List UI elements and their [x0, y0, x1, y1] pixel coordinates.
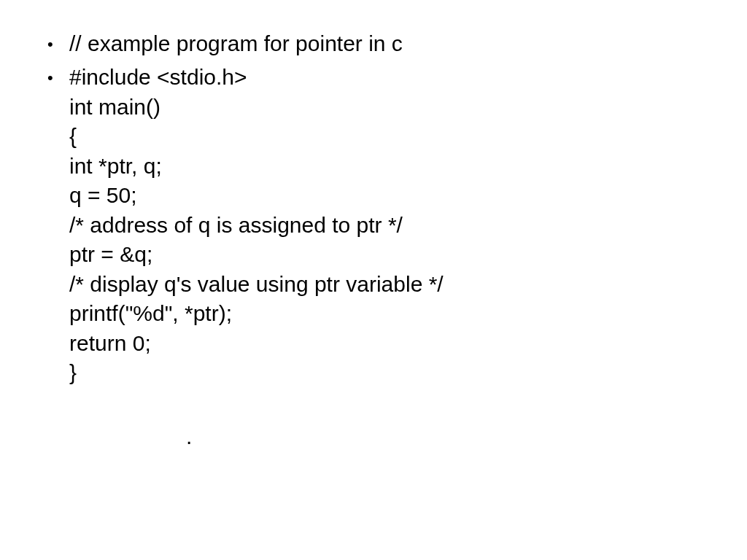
code-line: int *ptr, q; [69, 152, 747, 182]
trailing-dot: . [47, 424, 747, 449]
bullet-text: // example program for pointer in c [69, 29, 747, 59]
bullet-marker-icon: • [47, 63, 69, 93]
bullet-item-1: • #include <stdio.h> int main() { int *p… [47, 63, 747, 388]
code-line: ptr = &q; [69, 240, 747, 270]
code-line: q = 50; [69, 181, 747, 211]
code-line: printf("%d", *ptr); [69, 299, 747, 329]
code-line: { [69, 122, 747, 152]
code-line: // example program for pointer in c [69, 29, 747, 59]
code-line: return 0; [69, 329, 747, 359]
slide-content: • // example program for pointer in c • … [0, 29, 747, 449]
code-line: int main() [69, 93, 747, 122]
code-line: } [69, 358, 747, 388]
code-line: #include <stdio.h> [69, 63, 747, 93]
code-line: /* address of q is assigned to ptr */ [69, 211, 747, 241]
bullet-text: #include <stdio.h> int main() { int *ptr… [69, 63, 747, 388]
bullet-marker-icon: • [47, 29, 69, 60]
code-line: /* display q's value using ptr variable … [69, 270, 747, 300]
bullet-item-0: • // example program for pointer in c [47, 29, 747, 60]
